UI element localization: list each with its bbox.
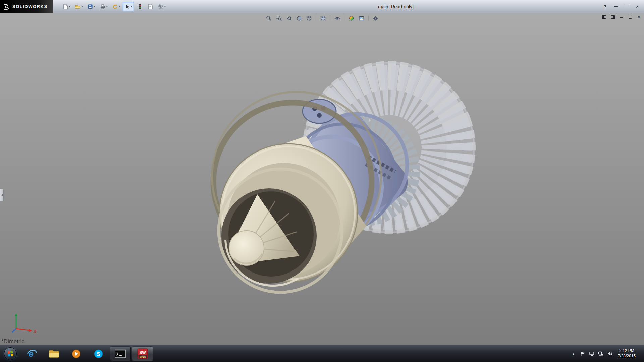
taskbar-app-solidworks[interactable]: SW 2015 xyxy=(132,346,153,361)
zoom-area-button[interactable] xyxy=(275,14,283,22)
save-button[interactable]: ▾ xyxy=(86,2,97,11)
minimize-button[interactable] xyxy=(613,4,619,9)
tray-expand-button[interactable]: ▴ xyxy=(570,347,578,361)
volume-button[interactable] xyxy=(606,347,614,361)
toolbar-separator xyxy=(330,16,330,21)
dropdown-arrow[interactable]: ▾ xyxy=(69,5,70,8)
doc-restore-icon xyxy=(629,16,632,19)
hide-show-items-button[interactable] xyxy=(333,14,341,22)
split-panes-button[interactable] xyxy=(610,15,615,19)
apply-scene-icon xyxy=(358,15,364,21)
file-properties-icon xyxy=(147,4,153,10)
options-sliders-icon xyxy=(158,4,164,10)
panel-splitter-tab[interactable]: ◀ xyxy=(0,189,4,201)
close-button[interactable]: × xyxy=(635,4,640,9)
brand-label: SOLIDWORKS xyxy=(12,4,48,9)
network-button[interactable] xyxy=(597,347,605,361)
taskbar-app-file-explorer[interactable] xyxy=(44,346,64,361)
view-orientation-label: *Dimetric xyxy=(1,338,24,345)
dropdown-arrow[interactable]: ▾ xyxy=(119,5,120,8)
network-icon xyxy=(598,351,603,356)
engine-model[interactable] xyxy=(0,13,644,345)
dropdown-arrow[interactable]: ▾ xyxy=(106,5,108,8)
clock-date: 7/28/2015 xyxy=(618,354,636,359)
options-button[interactable]: ▾ xyxy=(156,2,167,11)
zoom-fit-button[interactable] xyxy=(265,14,273,22)
titlebar-controls: ? × xyxy=(602,4,644,9)
svg-text:SW: SW xyxy=(139,350,146,355)
start-button[interactable] xyxy=(0,345,21,362)
dropdown-arrow[interactable]: ▾ xyxy=(94,5,95,8)
document-title: main [Read-only] xyxy=(148,4,644,9)
windows-orb-icon xyxy=(4,347,17,360)
solidworks-logo[interactable]: SOLIDWORKS xyxy=(0,0,53,13)
taskbar-app-internet-explorer[interactable]: e xyxy=(21,346,42,361)
doc-minimize-button[interactable] xyxy=(619,15,624,19)
dropdown-arrow[interactable]: ▾ xyxy=(164,5,166,8)
help-button[interactable]: ? xyxy=(602,4,608,9)
display-settings-button[interactable] xyxy=(588,347,596,361)
graphics-area[interactable]: × ◀ X *Dimetric xyxy=(0,13,644,345)
y-axis-arrow xyxy=(15,313,18,316)
edit-appearance-button[interactable] xyxy=(347,14,356,22)
taskbar-app-media-player[interactable] xyxy=(66,346,87,361)
view-settings-gear-icon xyxy=(372,15,378,21)
restore-icon xyxy=(625,5,628,8)
print-icon xyxy=(100,4,106,10)
svg-text:S: S xyxy=(97,351,100,357)
main-toolbar: ▾ ▾ ▾ xyxy=(57,2,167,11)
open-folder-icon xyxy=(75,4,81,10)
doc-close-button[interactable]: × xyxy=(637,15,641,19)
rebuild-button[interactable] xyxy=(135,2,145,11)
select-button[interactable]: ▾ xyxy=(123,2,134,11)
edit-appearance-ball-icon xyxy=(348,15,354,21)
action-center-button[interactable] xyxy=(579,347,587,361)
select-cursor-icon xyxy=(124,4,130,10)
minimize-icon xyxy=(614,6,618,7)
titlebar: SOLIDWORKS ▸ ▾ ▾ xyxy=(0,0,644,13)
action-center-flag-icon xyxy=(580,351,585,356)
restore-button[interactable] xyxy=(624,4,629,9)
section-view-button[interactable] xyxy=(295,14,303,22)
taskbar-app-skype[interactable]: S xyxy=(88,346,109,361)
previous-view-button[interactable] xyxy=(285,14,293,22)
orientation-triad: X xyxy=(11,312,39,335)
dropdown-arrow[interactable]: ▾ xyxy=(82,5,83,8)
taskbar-clock[interactable]: 2:12 PM 7/28/2015 xyxy=(615,348,639,359)
system-tray: ▴ xyxy=(570,345,644,362)
x-axis-label: X xyxy=(33,329,37,334)
taskbar-app-command-prompt[interactable] xyxy=(110,346,131,361)
z-axis-arrow xyxy=(12,329,16,332)
file-properties-button[interactable] xyxy=(146,2,155,11)
section-view-icon xyxy=(296,15,302,21)
open-button[interactable]: ▾ xyxy=(73,2,85,11)
rebuild-stoplight-icon xyxy=(137,4,143,10)
doc-restore-button[interactable] xyxy=(628,15,633,19)
display-style-icon xyxy=(320,15,326,21)
undo-button[interactable]: ▾ xyxy=(110,2,122,11)
print-button[interactable]: ▾ xyxy=(98,2,109,11)
solidworks-logo-icon xyxy=(3,3,10,10)
view-orientation-cube-icon xyxy=(306,15,312,21)
internet-explorer-icon: e xyxy=(26,349,37,359)
new-document-button[interactable]: ▾ xyxy=(61,2,72,11)
x-axis-arrow xyxy=(29,329,32,332)
media-player-icon xyxy=(71,349,81,359)
apply-scene-button[interactable] xyxy=(357,14,366,22)
taskbar: e S xyxy=(0,345,644,362)
undo-icon xyxy=(112,4,118,10)
hide-show-eye-icon xyxy=(334,15,340,21)
view-settings-button[interactable] xyxy=(371,14,380,22)
view-orientation-button[interactable] xyxy=(305,14,313,22)
save-icon xyxy=(87,4,93,10)
menu-expand-arrow[interactable]: ▸ xyxy=(53,5,57,8)
volume-speaker-icon xyxy=(607,351,612,356)
toolbar-separator xyxy=(316,16,316,21)
doc-minimize-icon xyxy=(620,17,623,18)
display-style-button[interactable] xyxy=(319,14,327,22)
file-explorer-icon xyxy=(49,349,59,358)
new-document-icon xyxy=(62,4,68,10)
dropdown-arrow[interactable]: ▾ xyxy=(131,5,132,8)
tile-panes-button[interactable] xyxy=(602,15,606,19)
skype-icon: S xyxy=(94,349,103,359)
